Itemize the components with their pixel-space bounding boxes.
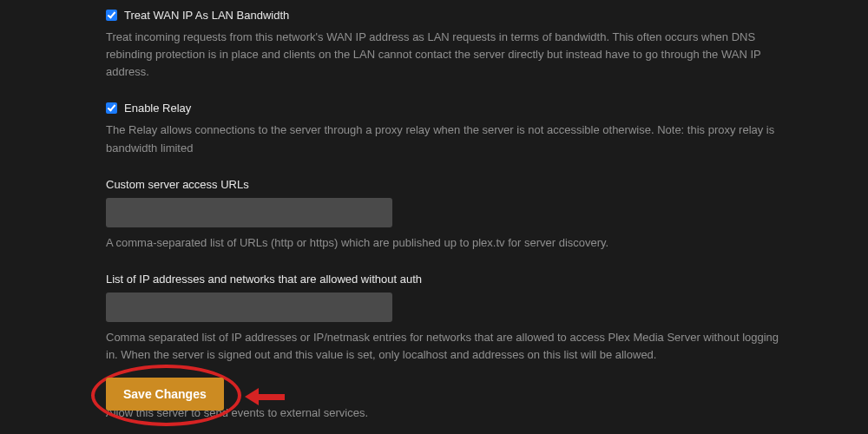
custom-urls-desc: A comma-separated list of URLs (http or … [106,234,783,252]
custom-urls-label: Custom server access URLs [106,178,783,191]
enable-relay-label: Enable Relay [124,102,191,115]
enable-relay-desc: The Relay allows connections to the serv… [106,122,783,156]
allowed-ips-label: List of IP addresses and networks that a… [106,273,783,286]
treat-wan-label: Treat WAN IP As LAN Bandwidth [124,9,289,22]
treat-wan-group: Treat WAN IP As LAN Bandwidth Treat inco… [106,9,783,81]
enable-relay-checkbox[interactable] [106,102,117,114]
allowed-ips-desc: Comma separated list of IP addresses or … [106,329,783,364]
enable-relay-group: Enable Relay The Relay allows connection… [106,102,783,156]
network-settings-panel: Treat WAN IP As LAN Bandwidth Treat inco… [106,9,783,434]
allowed-ips-input[interactable] [106,293,392,322]
treat-wan-checkbox[interactable] [106,10,117,21]
treat-wan-desc: Treat incoming requests from this networ… [106,29,783,81]
save-button[interactable]: Save Changes [106,378,224,411]
custom-urls-group: Custom server access URLs A comma-separa… [106,178,783,252]
allowed-ips-group: List of IP addresses and networks that a… [106,273,783,364]
treat-wan-row: Treat WAN IP As LAN Bandwidth [106,9,783,22]
save-area: Save Changes [106,378,224,411]
enable-relay-row: Enable Relay [106,102,783,115]
custom-urls-input[interactable] [106,198,392,227]
